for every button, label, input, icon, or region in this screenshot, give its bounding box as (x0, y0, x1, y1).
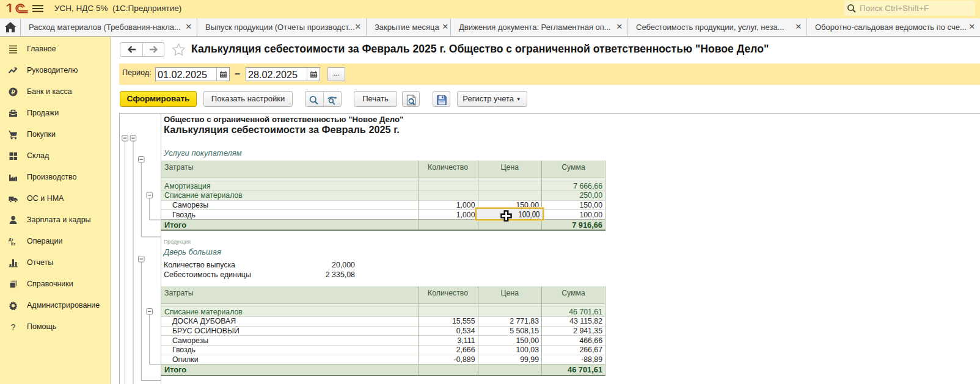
svg-text:?: ? (11, 322, 16, 332)
svg-text:Кт: Кт (11, 242, 15, 246)
svg-text:₽: ₽ (11, 89, 15, 95)
